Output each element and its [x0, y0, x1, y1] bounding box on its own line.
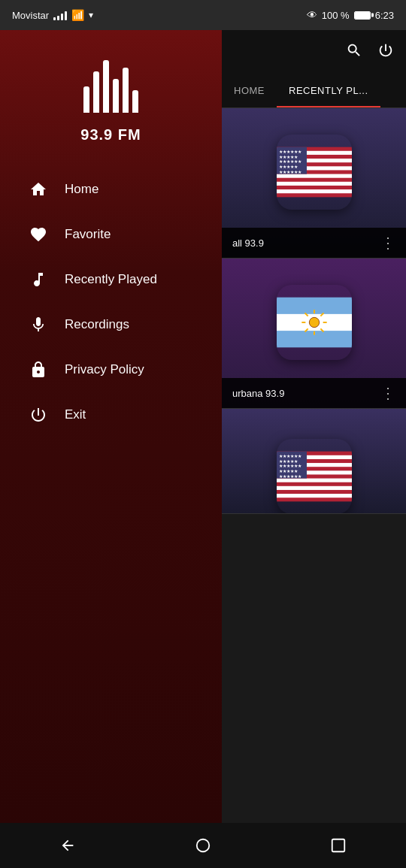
- status-right: 👁 100 % 6:23: [307, 9, 394, 21]
- mic-icon: [27, 316, 50, 334]
- radio-card-1[interactable]: ★★★★★★ ★★★★★ ★★★★★★ ★★★★★ ★★★★★★ all 93.…: [222, 108, 406, 259]
- card-1-menu-icon[interactable]: ⋮: [380, 234, 395, 252]
- ar-flag-icon: [277, 285, 352, 360]
- search-icon[interactable]: [346, 42, 362, 63]
- recently-played-label: Recently Played: [65, 272, 157, 287]
- sidebar-item-recordings[interactable]: Recordings: [15, 305, 207, 344]
- card-2-name: urbana 93.9: [232, 388, 284, 399]
- us-flag-icon: ★★★★★★ ★★★★★ ★★★★★★ ★★★★★ ★★★★★★: [277, 135, 352, 210]
- card-1-name: all 93.9: [232, 237, 264, 249]
- card-2-menu-icon[interactable]: ⋮: [380, 384, 395, 402]
- svg-rect-6: [277, 189, 352, 193]
- svg-text:★★★★★★: ★★★★★★: [279, 454, 301, 458]
- content-topbar: [222, 30, 406, 75]
- sidebar-item-privacy-policy[interactable]: Privacy Policy: [15, 350, 207, 389]
- svg-point-15: [309, 317, 319, 327]
- nav-list: Home Favorite Recently Played: [0, 170, 222, 434]
- battery-percent: 100 %: [322, 10, 350, 21]
- signal-bars-icon: [53, 10, 67, 20]
- sidebar-item-recently-played[interactable]: Recently Played: [15, 260, 207, 299]
- svg-text:★★★★★★: ★★★★★★: [279, 464, 301, 468]
- svg-text:★★★★★: ★★★★★: [279, 469, 298, 473]
- home-label: Home: [65, 182, 98, 197]
- svg-rect-28: [277, 478, 352, 482]
- svg-text:★★★★★: ★★★★★: [279, 458, 298, 463]
- svg-rect-29: [277, 485, 352, 489]
- card-1-footer: all 93.9 ⋮: [222, 228, 406, 258]
- svg-rect-5: [277, 181, 352, 185]
- clock: 6:23: [375, 10, 394, 21]
- home-button[interactable]: [180, 830, 226, 860]
- tab-recently-played[interactable]: RECENTLY PL...: [277, 75, 380, 107]
- svg-text:★★★★★★: ★★★★★★: [279, 150, 301, 154]
- recent-apps-button[interactable]: [316, 830, 361, 860]
- lock-icon: [27, 361, 50, 379]
- tab-home[interactable]: HOME: [222, 75, 277, 107]
- content-panel: HOME RECENTLY PL...: [222, 30, 406, 838]
- back-button[interactable]: [45, 830, 90, 860]
- svg-text:★★★★★★: ★★★★★★: [279, 473, 301, 478]
- exit-label: Exit: [65, 407, 86, 422]
- svg-rect-38: [332, 839, 345, 852]
- privacy-policy-label: Privacy Policy: [65, 362, 144, 377]
- status-bar: Movistar 📶 ▾ 👁 100 % 6:23: [0, 0, 406, 30]
- power-off-icon[interactable]: [377, 42, 394, 63]
- eye-icon: 👁: [307, 9, 317, 21]
- svg-text:★★★★★★: ★★★★★★: [279, 169, 301, 174]
- radio-card-3[interactable]: ★★★★★★ ★★★★★ ★★★★★★ ★★★★★ ★★★★★★: [222, 409, 406, 514]
- sidebar-item-favorite[interactable]: Favorite: [15, 215, 207, 254]
- heart-icon: [27, 225, 50, 243]
- sidebar: 93.9 FM Home Favorite: [0, 30, 222, 838]
- battery-icon: [354, 11, 371, 20]
- svg-rect-30: [277, 494, 352, 498]
- music-icon: [27, 271, 50, 289]
- svg-text:★★★★★★: ★★★★★★: [279, 159, 301, 164]
- home-icon: [27, 180, 50, 198]
- audio-wave-icon: [83, 53, 138, 113]
- card-2-footer: urbana 93.9 ⋮: [222, 378, 406, 408]
- recordings-label: Recordings: [65, 317, 129, 332]
- power-icon: [27, 406, 50, 424]
- location-icon: ▾: [89, 10, 93, 20]
- radio-card-2[interactable]: urbana 93.9 ⋮: [222, 259, 406, 409]
- status-left: Movistar 📶 ▾: [12, 9, 93, 21]
- favorite-label: Favorite: [65, 227, 111, 242]
- bottom-nav: [0, 823, 406, 868]
- wifi-icon: 📶: [71, 9, 84, 21]
- main-layout: 93.9 FM Home Favorite: [0, 30, 406, 838]
- sidebar-item-home[interactable]: Home: [15, 170, 207, 209]
- sidebar-item-exit[interactable]: Exit: [15, 395, 207, 434]
- tab-strip: HOME RECENTLY PL...: [222, 75, 406, 108]
- us-flag-2-icon: ★★★★★★ ★★★★★ ★★★★★★ ★★★★★ ★★★★★★: [277, 439, 352, 514]
- station-name: 93.9 FM: [80, 126, 141, 144]
- svg-text:★★★★★: ★★★★★: [279, 165, 298, 169]
- carrier-name: Movistar: [12, 10, 49, 21]
- svg-point-37: [197, 839, 210, 852]
- svg-text:★★★★★: ★★★★★: [279, 154, 298, 159]
- svg-rect-4: [277, 174, 352, 177]
